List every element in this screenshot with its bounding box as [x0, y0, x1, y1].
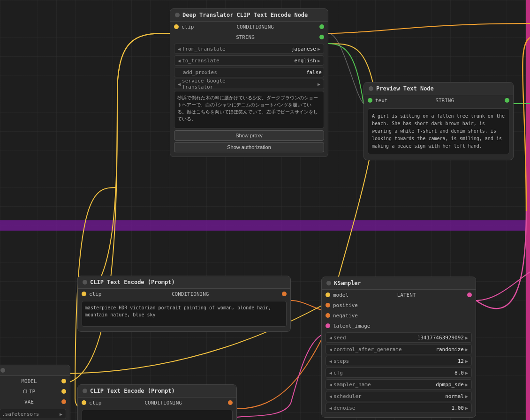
- ksampler-negative-row: negative: [322, 310, 476, 321]
- param-sampler-name[interactable]: ◀ sampler_name dpmpp_sde ▶: [326, 379, 472, 390]
- checkpoint-model-label: MODEL: [21, 378, 37, 384]
- deep-translator-title: Deep Translator CLIP Text Encode Node: [182, 12, 308, 18]
- denoise-arrow-right[interactable]: ▶: [464, 405, 469, 411]
- scheduler-arrow-left[interactable]: ◀: [328, 394, 333, 399]
- to-translate-arrow-left[interactable]: ◀: [176, 58, 182, 63]
- checkpoint-safetensors-label: .safetensors: [2, 411, 58, 417]
- param-steps[interactable]: ◀ steps 12 ▶: [326, 356, 472, 366]
- ksampler-latent-image-dot[interactable]: [326, 323, 330, 328]
- checkpoint-vae-label: VAE: [24, 399, 34, 405]
- cfg-value: 8.0: [399, 370, 464, 376]
- sampler-value: dpmpp_sde: [399, 382, 464, 388]
- right-sidebar-bar: [526, 0, 530, 420]
- ksampler-node: KSampler model LATENT positive negative …: [321, 277, 476, 418]
- text-port-label: text: [375, 98, 388, 104]
- clip-bottom-status-dot: [83, 389, 87, 393]
- preview-text-body: text STRING A girl is sitting on a falle…: [364, 95, 513, 160]
- preview-text-content: A girl is sitting on a fallen tree trunk…: [368, 108, 509, 154]
- param-scheduler[interactable]: ◀ scheduler normal ▶: [326, 391, 472, 401]
- param-denoise[interactable]: ◀ denoise 1.00 ▶: [326, 403, 472, 413]
- clip-top-header: CLIP Text Encode (Prompt): [78, 276, 290, 289]
- clip-top-conditioning-dot[interactable]: [282, 292, 287, 296]
- add-proxies-value: false: [252, 69, 322, 75]
- param-to-translate[interactable]: ◀ to_translate english ▶: [174, 55, 324, 66]
- service-arrow-right[interactable]: ▶: [316, 82, 322, 87]
- sampler-arrow-right[interactable]: ▶: [464, 382, 469, 387]
- cag-arrow-right[interactable]: ▶: [464, 347, 469, 352]
- preview-string-port-dot[interactable]: [505, 98, 509, 103]
- seed-arrow-right[interactable]: ▶: [464, 335, 469, 340]
- show-proxy-button[interactable]: Show proxy: [174, 130, 324, 141]
- deep-translator-body: clip CONDITIONING STRING ◀ from_translat…: [170, 22, 328, 157]
- denoise-label: denoise: [333, 405, 399, 411]
- ksampler-latent-image-row: latent_image: [322, 321, 476, 331]
- conditioning-port-dot[interactable]: [319, 24, 324, 29]
- checkpoint-safetensors-row[interactable]: .safetensors ▶: [0, 409, 66, 419]
- cfg-arrow-right[interactable]: ▶: [464, 370, 469, 375]
- sampler-arrow-left[interactable]: ◀: [328, 382, 333, 387]
- service-label: service Google Translator: [182, 78, 249, 90]
- from-translate-label: from_translate: [182, 46, 249, 52]
- text-port-dot[interactable]: [368, 98, 372, 103]
- cag-arrow-left[interactable]: ◀: [328, 347, 333, 352]
- clip-bottom-textarea[interactable]: [82, 410, 233, 420]
- clip-bottom-port-row: clip CONDITIONING: [78, 398, 236, 408]
- ksampler-body: model LATENT positive negative latent_im…: [322, 290, 476, 417]
- scheduler-label: scheduler: [333, 393, 399, 399]
- preview-text-title: Preview Text Node: [376, 85, 434, 92]
- checkpoint-body: MODEL CLIP VAE .safetensors ▶: [0, 376, 70, 420]
- param-cfg[interactable]: ◀ cfg 8.0 ▶: [326, 368, 472, 378]
- port-row-text-string: text STRING: [364, 95, 513, 105]
- checkpoint-node: MODEL CLIP VAE .safetensors ▶: [0, 365, 70, 420]
- checkpoint-clip-dot[interactable]: [61, 389, 66, 394]
- show-authorization-button[interactable]: Show authorization: [174, 142, 324, 152]
- preview-text-header: Preview Text Node: [364, 82, 513, 95]
- param-control-after-generate[interactable]: ◀ control_after_generate randomize ▶: [326, 344, 472, 354]
- ksampler-latent-label: LATENT: [397, 292, 416, 298]
- deep-translator-textarea[interactable]: 砂浜で倒れた木の幹に腰かけている少女。ダークブラウンのショートヘアーで、白のTシ…: [174, 91, 324, 128]
- to-translate-label: to_translate: [182, 58, 249, 64]
- from-translate-value: japanese: [249, 46, 316, 52]
- checkpoint-model-dot[interactable]: [61, 379, 66, 383]
- string-port-dot[interactable]: [319, 35, 324, 39]
- clip-bottom-conditioning-dot[interactable]: [228, 400, 233, 405]
- checkpoint-arrow-right[interactable]: ▶: [58, 412, 64, 417]
- clip-port-dot[interactable]: [174, 24, 179, 29]
- clip-top-body: clip CONDITIONING masterpiece HDR victor…: [78, 289, 290, 331]
- ksampler-latent-dot[interactable]: [467, 292, 472, 297]
- denoise-arrow-left[interactable]: ◀: [328, 405, 333, 411]
- clip-top-textarea[interactable]: masterpiece HDR victorian portrait paint…: [82, 301, 287, 327]
- param-from-translate[interactable]: ◀ from_translate japanese ▶: [174, 44, 324, 54]
- param-add-proxies[interactable]: add_proxies false: [174, 67, 324, 77]
- deep-translator-header: Deep Translator CLIP Text Encode Node: [170, 9, 328, 22]
- seed-arrow-left[interactable]: ◀: [328, 335, 333, 340]
- steps-arrow-left[interactable]: ◀: [328, 359, 333, 364]
- checkpoint-vae-dot[interactable]: [61, 399, 66, 404]
- steps-arrow-right[interactable]: ▶: [464, 359, 469, 364]
- scheduler-arrow-right[interactable]: ▶: [464, 394, 469, 399]
- clip-port-label: clip: [182, 24, 194, 30]
- ksampler-positive-dot[interactable]: [326, 303, 330, 308]
- checkpoint-model-row: MODEL: [0, 376, 70, 386]
- steps-label: steps: [333, 358, 399, 364]
- from-translate-arrow-left[interactable]: ◀: [176, 46, 182, 52]
- to-translate-arrow-right[interactable]: ▶: [316, 58, 322, 63]
- param-seed[interactable]: ◀ seed 134177463929092 ▶: [326, 332, 472, 343]
- clip-top-node: CLIP Text Encode (Prompt) clip CONDITION…: [77, 276, 291, 332]
- param-service[interactable]: ◀ service Google Translator ▶: [174, 79, 324, 89]
- ksampler-model-dot[interactable]: [326, 292, 330, 297]
- clip-bottom-clip-label: clip: [89, 400, 102, 406]
- cfg-arrow-left[interactable]: ◀: [328, 370, 333, 375]
- seed-value: 134177463929092: [399, 335, 464, 341]
- from-translate-arrow-right[interactable]: ▶: [316, 46, 322, 52]
- seed-label: seed: [333, 335, 399, 341]
- steps-value: 12: [399, 358, 464, 364]
- ksampler-negative-dot[interactable]: [326, 313, 330, 318]
- clip-bottom-clip-dot[interactable]: [82, 400, 86, 405]
- service-arrow-left[interactable]: ◀: [176, 82, 182, 87]
- clip-top-clip-dot[interactable]: [82, 292, 86, 296]
- add-proxies-label: add_proxies: [176, 69, 252, 75]
- clip-top-clip-label: clip: [89, 291, 102, 297]
- clip-bottom-header: CLIP Text Encode (Prompt): [78, 385, 236, 398]
- cfg-label: cfg: [333, 370, 399, 376]
